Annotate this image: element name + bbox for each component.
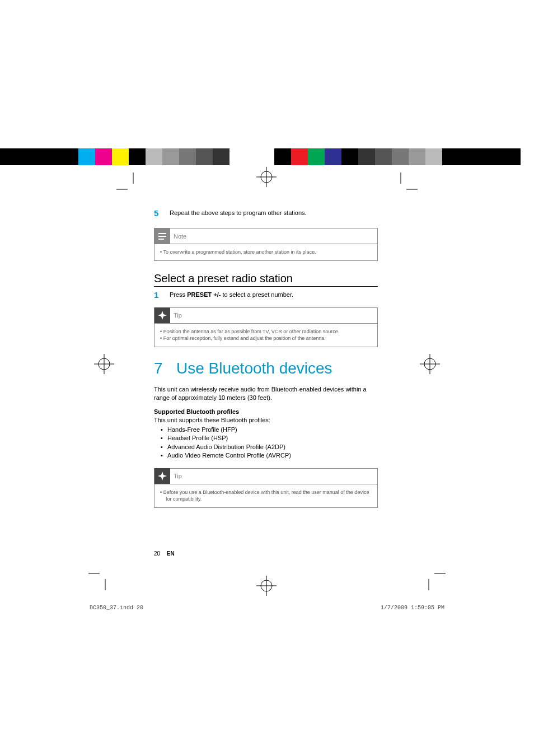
note-list: To overwrite a programmed station, store… xyxy=(160,249,372,256)
tip-callout: Tip Before you use a Bluetooth-enabled d… xyxy=(154,468,378,508)
registration-mark-bottom xyxy=(256,576,277,596)
page-number: 20 xyxy=(154,550,165,557)
profiles-list: Hands-Free Profile (HFP)Headset Profile … xyxy=(154,426,378,460)
note-callout: Note To overwrite a programmed station, … xyxy=(154,228,378,261)
crop-mark xyxy=(116,172,139,195)
chapter-heading: 7 Use Bluetooth devices xyxy=(154,360,378,377)
page-footer: 20 EN xyxy=(154,550,175,557)
tip-label: Tip xyxy=(170,473,182,479)
note-icon xyxy=(154,228,170,244)
profiles-heading: Supported Bluetooth profiles xyxy=(154,408,378,415)
svg-rect-20 xyxy=(158,233,166,234)
registration-mark-right xyxy=(420,354,440,374)
page-language: EN xyxy=(167,550,175,557)
list-item: Audio Video Remote Control Profile (AVRC… xyxy=(154,451,378,460)
list-item: Advanced Audio Distribution Profile (A2D… xyxy=(154,443,378,451)
section-heading: Select a preset radio station xyxy=(154,272,378,287)
step-5: 5 Repeat the above steps to program othe… xyxy=(154,208,378,218)
tip-icon xyxy=(154,307,170,323)
registration-mark-top xyxy=(256,167,277,187)
profiles-subtext: This unit supports these Bluetooth profi… xyxy=(154,416,378,424)
list-item: For optimal reception, fully extend and … xyxy=(160,335,372,342)
color-calibration-bar xyxy=(0,148,534,165)
registration-mark-left xyxy=(94,354,114,374)
page-content: 5 Repeat the above steps to program othe… xyxy=(154,208,378,519)
indesign-timestamp: 1/7/2009 1:59:05 PM xyxy=(381,605,444,611)
tip-label: Tip xyxy=(170,312,182,319)
list-item: Headset Profile (HSP) xyxy=(154,434,378,442)
indesign-file-marker: DC350_37.indd 20 xyxy=(90,605,143,611)
chapter-title: Use Bluetooth devices xyxy=(176,360,332,377)
step-number: 5 xyxy=(154,208,170,218)
crop-mark xyxy=(88,568,111,590)
svg-rect-22 xyxy=(158,239,164,240)
chapter-number: 7 xyxy=(154,360,176,377)
svg-rect-21 xyxy=(158,236,166,237)
note-label: Note xyxy=(170,233,186,240)
step-text: Repeat the above steps to program other … xyxy=(170,208,307,216)
intro-paragraph: This unit can wirelessly receive audio f… xyxy=(154,385,378,403)
step-1: 1 Press PRESET +/- to select a preset nu… xyxy=(154,290,378,300)
step-number: 1 xyxy=(154,290,170,300)
list-item: Position the antenna as far as possible … xyxy=(160,328,372,335)
tip-callout: Tip Position the antenna as far as possi… xyxy=(154,307,378,347)
tip-list: Position the antenna as far as possible … xyxy=(160,328,372,342)
step-text: Press PRESET +/- to select a preset numb… xyxy=(170,290,293,298)
crop-mark xyxy=(395,172,418,195)
list-item: Before you use a Bluetooth-enabled devic… xyxy=(160,489,372,503)
tip-list: Before you use a Bluetooth-enabled devic… xyxy=(160,489,372,503)
crop-mark xyxy=(423,568,446,590)
tip-icon xyxy=(154,468,170,484)
list-item: To overwrite a programmed station, store… xyxy=(160,249,372,256)
list-item: Hands-Free Profile (HFP) xyxy=(154,426,378,434)
